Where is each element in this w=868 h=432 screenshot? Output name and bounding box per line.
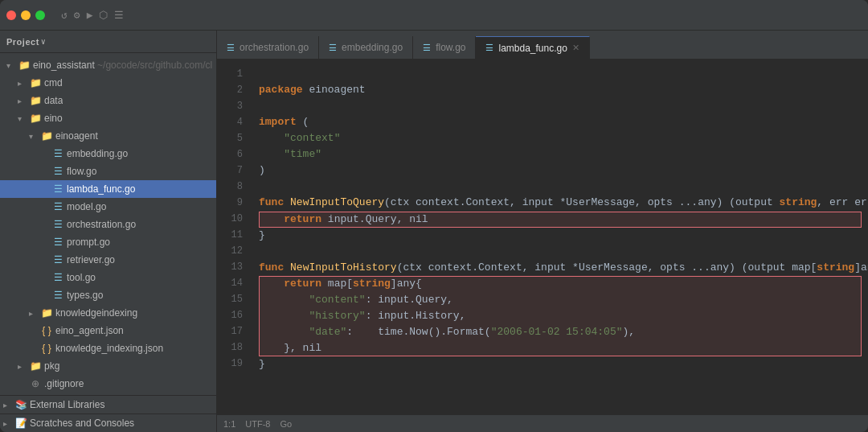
ki-folder-icon: 📁 [40,307,53,319]
sidebar-item-gitignore[interactable]: ⊕ .gitignore [0,375,216,393]
embedding-file-icon: ☰ [51,148,64,159]
tool-file-icon: ☰ [51,272,64,283]
sidebar-item-data[interactable]: ▸ 📁 data [0,92,216,109]
app-window: ↺ ⚙ ▶ ⬡ ☰ Project ∨ ▾ 📁 eino_assistant [0,0,868,432]
scratches-icon: 📝 [14,418,27,429]
maximize-button[interactable] [35,10,45,20]
sidebar-item-ki-json[interactable]: { } knowledge_indexing.json [0,339,216,357]
sidebar-header: Project ∨ [0,31,216,53]
ext-lib-caret-icon: ▸ [3,401,14,409]
sidebar-external-libraries-section: ▸ 📚 External Libraries [0,395,216,413]
refresh-icon[interactable]: ↺ [61,9,68,22]
tool-label: tool.go [67,272,96,283]
retriever-label: retriever.go [67,254,115,265]
einoagent-folder-icon: 📁 [40,130,53,142]
status-bar: 1:1 UTF-8 Go [217,414,868,432]
sidebar-item-einoagent[interactable]: ▾ 📁 einoagent [0,127,216,145]
model-file-icon: ☰ [51,201,64,212]
sidebar-caret-icon: ∨ [41,37,46,47]
sidebar-item-prompt-go[interactable]: ☰ prompt.go [0,233,216,251]
tab-bar: ☰ orchestration.go ☰ embedding.go ☰ flow… [217,31,868,60]
embedding-label: embedding.go [67,148,128,159]
main-layout: Project ∨ ▾ 📁 eino_assistant ~/gocode/sr… [0,31,868,432]
pkg-label: pkg [44,360,59,372]
sidebar-item-retriever-go[interactable]: ☰ retriever.go [0,251,216,269]
prompt-file-icon: ☰ [51,237,64,248]
eino-label: eino [44,113,63,124]
status-encoding: UTF-8 [245,419,270,429]
git-caret-icon [18,380,29,389]
types-file-icon: ☰ [51,290,64,301]
lambda-caret-icon [40,185,51,194]
ea-json-label: eino_agent.json [55,325,124,336]
orch-caret-icon [40,220,51,229]
cmd-caret-icon: ▸ [18,79,29,88]
lambda-tab-icon: ☰ [485,43,493,53]
tab-flow-go[interactable]: ☰ flow.go [413,36,476,59]
status-position: 1:1 [223,419,235,429]
cmd-label: cmd [44,77,63,88]
sidebar-item-orchestration-go[interactable]: ☰ orchestration.go [0,216,216,233]
sidebar-content[interactable]: ▾ 📁 eino_assistant ~/gocode/src/github.c… [0,53,216,395]
sidebar-item-lambda-func-go[interactable]: ☰ lambda_func.go [0,180,216,198]
sidebar-item-eino-agent-json[interactable]: { } eino_agent.json [0,322,216,339]
lambda-file-icon: ☰ [51,183,64,195]
toolbar-icons: ↺ ⚙ ▶ ⬡ ☰ [61,9,124,22]
tool-caret-icon [40,274,51,282]
sidebar-item-external-libraries[interactable]: ▸ 📚 External Libraries [0,396,216,413]
lambda-tab-close-icon[interactable]: ✕ [572,43,579,53]
sidebar: Project ∨ ▾ 📁 eino_assistant ~/gocode/sr… [0,31,217,432]
sidebar-root[interactable]: ▾ 📁 eino_assistant ~/gocode/src/github.c… [0,56,216,74]
eino-caret-icon: ▾ [18,114,29,123]
sidebar-item-knowledgeindexing[interactable]: ▸ 📁 knowledgeindexing [0,304,216,322]
minimize-button[interactable] [21,10,31,20]
ea-json-caret-icon [29,327,40,335]
build-icon[interactable]: ⚙ [74,9,80,22]
types-caret-icon [40,291,51,300]
embed-tab-icon: ☰ [329,43,337,53]
prompt-label: prompt.go [67,237,110,248]
flow-label: flow.go [67,166,96,177]
tab-lambda-func-go[interactable]: ☰ lambda_func.go ✕ [476,36,589,59]
sidebar-item-types-go[interactable]: ☰ types.go [0,286,216,304]
tab-orchestration-go[interactable]: ☰ orchestration.go [217,36,319,59]
sidebar-item-tool-go[interactable]: ☰ tool.go [0,269,216,286]
embed-tab-label: embedding.go [342,42,403,53]
sidebar-item-cmd[interactable]: ▸ 📁 cmd [0,74,216,92]
title-bar: ↺ ⚙ ▶ ⬡ ☰ [0,0,868,31]
pkg-caret-icon: ▸ [18,362,29,371]
root-caret-icon: ▾ [6,61,18,70]
debug-icon[interactable]: ⬡ [99,9,108,22]
ext-lib-label: External Libraries [30,399,104,410]
close-button[interactable] [6,10,16,20]
editor-area: ☰ orchestration.go ☰ embedding.go ☰ flow… [217,31,868,432]
ki-label: knowledgeindexing [55,307,137,319]
code-content[interactable]: package einoagent import ( "context" "ti… [249,60,868,414]
lambda-label: lambda_func.go [67,183,135,195]
sidebar-item-eino[interactable]: ▾ 📁 eino [0,109,216,127]
sidebar-item-scratches[interactable]: ▸ 📝 Scratches and Consoles [0,414,216,432]
flow-caret-icon [40,167,51,176]
tab-embedding-go[interactable]: ☰ embedding.go [319,36,413,59]
data-caret-icon: ▸ [18,97,29,105]
einoagent-label: einoagent [55,130,98,142]
embedding-caret-icon [40,150,51,158]
retriever-file-icon: ☰ [51,254,64,265]
sidebar-item-embedding-go[interactable]: ☰ embedding.go [0,145,216,163]
sidebar-title: Project [6,37,39,47]
root-label: eino_assistant ~/gocode/src/github.com/c… [33,60,212,71]
sidebar-item-flow-go[interactable]: ☰ flow.go [0,163,216,180]
orch-tab-label: orchestration.go [240,42,309,53]
data-folder-icon: 📁 [29,95,42,106]
retriever-caret-icon [40,256,51,265]
pkg-folder-icon: 📁 [29,360,42,372]
sidebar-item-model-go[interactable]: ☰ model.go [0,198,216,216]
git-label: .gitignore [44,378,84,389]
orch-tab-icon: ☰ [227,43,235,53]
model-caret-icon [40,203,51,212]
run-icon[interactable]: ▶ [87,9,93,22]
flow-tab-label: flow.go [436,42,465,53]
flow-tab-icon: ☰ [423,43,431,53]
settings-icon[interactable]: ☰ [114,9,124,22]
sidebar-item-pkg[interactable]: ▸ 📁 pkg [0,357,216,375]
